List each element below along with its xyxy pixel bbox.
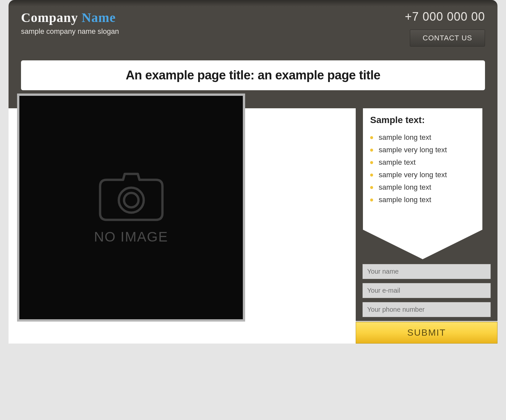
phone-block: +7 000 000 00 CONTACT US xyxy=(405,10,485,47)
company-logo: Company Name xyxy=(21,10,119,25)
page-title: An example page title: an example page t… xyxy=(31,68,475,82)
svg-marker-2 xyxy=(363,230,482,259)
list-item: sample text xyxy=(370,156,475,169)
list-item: sample long text xyxy=(370,131,475,144)
sidebar-ribbon: Sample text: sample long text sample ver… xyxy=(363,108,482,230)
list-item: sample long text xyxy=(370,194,475,206)
phone-input[interactable] xyxy=(362,302,491,317)
right-column: Sample text: sample long text sample ver… xyxy=(356,108,497,344)
header: Company Name sample company name slogan … xyxy=(9,0,497,108)
page-title-bar: An example page title: an example page t… xyxy=(21,60,485,90)
slogan: sample company name slogan xyxy=(21,27,119,36)
left-column: NO IMAGE xyxy=(9,108,356,344)
list-item: sample long text xyxy=(370,181,475,194)
name-input[interactable] xyxy=(362,264,491,279)
company-word-2: Name xyxy=(82,10,116,25)
list-item: sample very long text xyxy=(370,144,475,156)
email-input[interactable] xyxy=(362,283,491,298)
company-word-1: Company xyxy=(21,10,78,25)
contact-us-button[interactable]: CONTACT US xyxy=(410,30,485,47)
submit-button[interactable]: SUBMIT xyxy=(356,322,497,344)
camera-icon xyxy=(94,171,168,223)
sidebar-list: sample long text sample very long text s… xyxy=(370,131,475,206)
list-item: sample very long text xyxy=(370,169,475,181)
svg-point-0 xyxy=(119,188,144,213)
no-image-label: NO IMAGE xyxy=(94,229,168,245)
svg-point-1 xyxy=(124,193,138,207)
contact-form xyxy=(356,259,497,321)
phone-number: +7 000 000 00 xyxy=(405,10,485,24)
logo-block: Company Name sample company name slogan xyxy=(21,10,119,36)
sidebar-heading: Sample text: xyxy=(370,115,475,125)
image-placeholder: NO IMAGE xyxy=(17,94,245,322)
